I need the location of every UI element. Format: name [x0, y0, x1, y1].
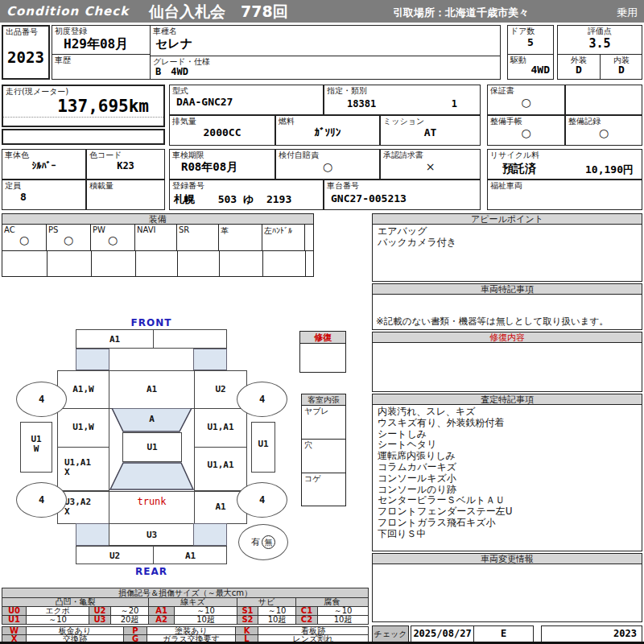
fuel-value: ｶﾞｿﾘﾝ	[276, 126, 379, 138]
assessment-line: コンソールのり跡	[373, 485, 642, 496]
doors-cell: ドア数 5	[508, 26, 553, 55]
approval-request-label: 承認請求書	[381, 150, 480, 160]
capacity-label: 定員	[2, 180, 85, 191]
odometer-value: 137,695km	[3, 97, 163, 116]
cabin-lining-row-burn: コゲ	[302, 473, 345, 506]
color-code-label: 色コード	[87, 150, 164, 160]
equipment-mark: ○	[47, 233, 90, 246]
diagram-panel-hood: A1	[109, 370, 195, 409]
assessment-line: フロントガラス飛石キズ小	[373, 518, 642, 529]
displacement-label: 排気量	[170, 116, 275, 126]
capacity-cell: 定員 8	[2, 180, 86, 210]
diagram-panel-door-front-left: U1,W	[57, 408, 109, 448]
equipment-grid-line	[91, 251, 92, 276]
auction-condition-sheet: Condition Check 仙台入札会 778回 引取場所：北海道千歳市美々…	[0, 0, 644, 644]
diagram-panel-roof: U1	[122, 432, 182, 462]
body-color-cell: 車体色 ｼﾙﾊﾞｰ	[2, 149, 86, 180]
appeal-line: エアバッグ	[373, 226, 642, 237]
cabin-lining-label: コゲ	[302, 473, 345, 484]
designation-number: 18381	[347, 98, 376, 109]
equipment-table: 装備 AC ○ PS ○ PW ○ NAVI SR 革 左ﾊﾝﾄﾞﾙ	[2, 213, 314, 277]
designation-category: 1	[452, 98, 457, 109]
load-cell: 積載量	[86, 180, 165, 210]
repair-flag-title: 修復	[300, 332, 345, 344]
equipment-grid-line	[47, 251, 47, 276]
odometer-box: 走行(現メーター) 137,695km	[2, 85, 165, 127]
equipment-mark: ○	[91, 233, 134, 246]
assessment-line: コンソールキズ小	[373, 473, 642, 485]
wheel-rear-right: 4	[237, 482, 287, 518]
assessment-line: センターピラーＳベルトＡＵ	[373, 495, 642, 506]
first-registration-label: 初度登録	[52, 26, 150, 36]
change-info-panel: 車両変更情報	[372, 553, 642, 622]
maintenance-record-label: 整備記録	[566, 116, 642, 126]
first-registration-cell: 初度登録 H29年08月	[52, 26, 151, 55]
transmission-value: AT	[381, 126, 480, 138]
legend-code: A2	[148, 615, 175, 625]
diagram-panel-front-bumper-left: A1	[76, 334, 153, 345]
registration-model-table: 初度登録 H29年08月 車歴 車種名 セレナ グレード・仕様 B 4WD	[52, 25, 501, 80]
diagram-panel-label: A1	[109, 384, 194, 394]
approval-request-cell: 承認請求書 ×	[380, 149, 481, 180]
diagram-panel-door-rear-right: U1,A1	[194, 447, 247, 491]
history-cell: 車歴	[52, 55, 151, 79]
chassis-no-cell: 車台番号 GNC27-005213	[324, 180, 481, 210]
assessment-line: 下回りＳ中	[373, 529, 642, 540]
doors-value: 5	[508, 36, 553, 48]
color-code-value: K23	[87, 160, 164, 171]
recycle-fee-value: 10,190円	[585, 163, 634, 177]
equipment-label: 左ﾊﾝﾄﾞﾙ	[264, 225, 292, 237]
repair-flag-box: 修復	[299, 331, 346, 373]
diagram-headlight-left	[76, 349, 109, 370]
equipment-cell-spare	[305, 225, 313, 251]
assessment-line: フロントフェンダーステー左U	[373, 506, 642, 518]
diagram-panel-slide-right: U1	[251, 422, 275, 473]
diagram-panel-door-front-right: U1,A1	[194, 408, 247, 448]
transmission-label: ミッション	[381, 116, 480, 126]
diagram-panel-rear: U3	[109, 523, 195, 546]
warranty-empty-cell	[565, 85, 642, 115]
grade-cell: グレード・仕様 B 4WD	[151, 56, 500, 79]
check-label-cell: チェック	[372, 625, 409, 642]
lot-number-label: 出品番号	[3, 27, 48, 37]
repair-details-title: 修復内容	[373, 332, 642, 343]
assessment-line: ウスキズ有り、外装鉄粉付着	[373, 418, 642, 429]
equipment-cell-lhd: 左ﾊﾝﾄﾞﾙ	[262, 225, 305, 251]
diagram-rear-label: REAR	[111, 566, 192, 577]
equipment-title: 装備	[2, 214, 313, 225]
designation-label: 指定・類別	[324, 85, 480, 96]
diagram-front-label: FRONT	[111, 317, 192, 328]
recycle-fee-label: リサイクル料	[488, 150, 642, 160]
wheel-mark: 4	[39, 394, 44, 405]
diagram-panel-rear-bumper-right: A1	[153, 551, 228, 561]
fuel-label: 燃料	[276, 116, 379, 126]
repair-details-panel: 修復内容	[372, 332, 642, 392]
fuel-cell: 燃料 ｶﾞｿﾘﾝ	[275, 115, 380, 146]
equipment-cell-leather: 革	[219, 225, 262, 251]
legend-desc: 10超	[174, 615, 237, 625]
auction-title: 仙台入札会 778回	[149, 2, 288, 23]
topbar: Condition Check 仙台入札会 778回 引取場所：北海道千歳市美々…	[0, 0, 644, 23]
legend-code: U3	[89, 615, 111, 625]
capacity-value: 8	[2, 191, 85, 203]
legend-code: S2	[237, 615, 258, 625]
diagram-taillight-left	[76, 523, 109, 546]
exterior-grade-value: D	[558, 64, 600, 76]
check-date-box: 2025/08/27 E	[411, 625, 534, 642]
registration-no-cell: 登録番号 札幌 503 ゆ 2193	[169, 180, 324, 210]
check-lot-box: 2023	[541, 625, 642, 642]
maintenance-book-label: 整備手帳	[488, 116, 564, 126]
assessment-line: 内装汚れ、スレ、キズ	[373, 407, 642, 418]
wheel-mark: 4	[259, 394, 265, 405]
drive-value: 4WD	[508, 64, 553, 76]
vehicle-notes-disclaimer: ※記載のない書類・機器等は無しとして取り扱います。	[376, 316, 609, 328]
score-cell: 評価点 3.5	[558, 26, 642, 55]
assessment-line: コラムカバーキズ	[373, 462, 642, 473]
vehicle-notes-title: 車両特記事項	[373, 284, 642, 295]
registration-no-value: 札幌 503 ゆ 2193	[170, 192, 323, 207]
cabin-lining-label: 穴	[302, 440, 345, 450]
diagram-panel-label: U3	[109, 530, 194, 540]
diagram-panel-label: U1	[123, 442, 181, 452]
model-label: 車種名	[151, 26, 500, 36]
insurance-mark: ○	[276, 160, 379, 173]
